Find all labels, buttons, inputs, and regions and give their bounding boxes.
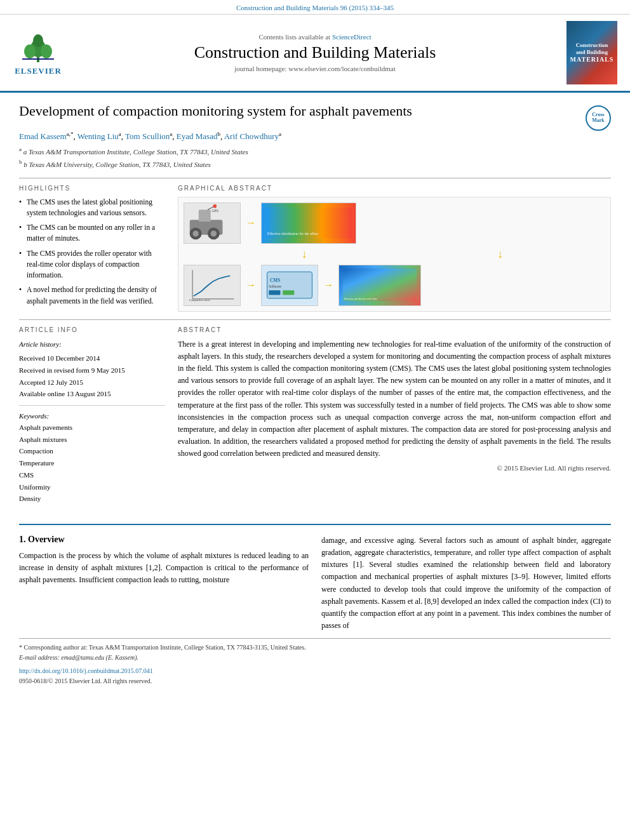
graphical-abstract-image: GPS → [178, 197, 611, 312]
keyword-3: Compaction [19, 445, 165, 457]
affiliations-block: a a Texas A&M Transportation Institute, … [19, 145, 611, 170]
keyword-5: CMS [19, 469, 165, 481]
info-separator [19, 405, 165, 406]
info-abstract-row: ARTICLE INFO Article history: Received 1… [19, 319, 611, 505]
svg-rect-25 [343, 269, 417, 302]
article-content: Development of compaction monitoring sys… [0, 93, 630, 514]
article-history: Article history: Received 10 December 20… [19, 338, 165, 400]
svg-rect-11 [199, 210, 211, 222]
elsevier-tree-icon [16, 29, 60, 64]
svg-text:GPS: GPS [212, 209, 218, 213]
body-left-col: 1. Overview Compaction is the process by… [19, 535, 309, 632]
history-label: Article history: [19, 338, 165, 350]
authors-line: Emad Kassema,*, Wenting Liua, Tom Sculli… [19, 131, 611, 142]
graphical-abstract-col: GRAPHICAL ABSTRACT GPS [178, 185, 611, 312]
svg-text:CMS: CMS [270, 278, 280, 283]
ga-roller-box: GPS [184, 203, 241, 244]
footer-separator [19, 638, 611, 639]
keywords-label: Keywords: [19, 412, 165, 420]
svg-point-8 [192, 230, 198, 236]
author-emad: Emad Kassem [19, 131, 67, 141]
body-right-text: damage, and excessive aging. Several fac… [321, 535, 611, 632]
author-wenting: Wenting Liu [77, 131, 119, 141]
corresponding-author-note: * Corresponding author at: Texas A&M Tra… [19, 643, 611, 653]
elsevier-brand-text: ELSEVIER [15, 66, 62, 76]
article-title: Development of compaction monitoring sys… [19, 102, 576, 121]
author-arif: Arif Chowdhury [224, 131, 279, 141]
journal-cover-image: Constructionand BuildingMATERIALS [566, 21, 617, 84]
svg-rect-5 [22, 58, 54, 60]
journal-title-heading: Construction and Building Materials [70, 43, 560, 62]
ga-heatmap-svg: Effective distribution for the offset [264, 204, 353, 242]
svg-text:Compaction curve: Compaction curve [189, 298, 210, 302]
ga-graph-box: Compaction curve [184, 265, 241, 306]
title-row: Development of compaction monitoring sys… [19, 102, 611, 131]
highlights-list: The CMS uses the latest global positioni… [19, 197, 165, 307]
journal-header: ELSEVIER Contents lists available at Sci… [0, 15, 630, 93]
highlight-item-1: The CMS uses the latest global positioni… [19, 197, 165, 219]
ga-cms-svg: CMS Software [264, 265, 315, 305]
doi-link[interactable]: http://dx.doi.org/10.1016/j.conbuildmat.… [19, 667, 153, 674]
ga-arrow-right-1: → [246, 217, 256, 229]
ga-down-arrow-2: ↓ [497, 248, 503, 261]
keyword-1: Asphalt pavements [19, 422, 165, 434]
header-center: Contents lists available at ScienceDirec… [70, 33, 560, 72]
abstract-label: ABSTRACT [178, 326, 611, 333]
journal-reference-bar: Construction and Building Materials 96 (… [0, 0, 630, 15]
keyword-2: Asphalt mixtures [19, 434, 165, 446]
ga-bottom-row: Compaction curve → CMS Software → [184, 265, 605, 306]
abstract-col: ABSTRACT There is a great interest in de… [178, 326, 611, 505]
ga-down-arrow-1: ↓ [302, 248, 307, 261]
ga-arrows-row: ↓ ↓ [184, 248, 605, 261]
keyword-4: Temperature [19, 457, 165, 469]
highlight-item-3: The CMS provides the roller operator wit… [19, 248, 165, 281]
ga-density-svg: Density prediction real-time [342, 265, 418, 305]
author-eyad: Eyad Masad [177, 131, 218, 141]
section-1-title: 1. Overview [19, 535, 309, 545]
svg-rect-23 [269, 290, 280, 295]
issn-line: 0950-0618/© 2015 Elsevier Ltd. All right… [19, 676, 611, 686]
accepted-date: Accepted 12 July 2015 [19, 377, 165, 389]
article-footer: * Corresponding author at: Texas A&M Tra… [0, 632, 630, 690]
ga-roller-svg: GPS [187, 204, 238, 242]
svg-rect-24 [283, 290, 294, 295]
received-date: Received 10 December 2014 [19, 352, 165, 364]
keyword-7: Density [19, 493, 165, 505]
ga-top-row: GPS → [184, 203, 605, 244]
highlights-col: HIGHLIGHTS The CMS uses the latest globa… [19, 185, 165, 312]
ga-cms-box: CMS Software [261, 265, 318, 306]
contents-available-text: Contents lists available at ScienceDirec… [70, 33, 560, 41]
article-title-block: Development of compaction monitoring sys… [19, 102, 576, 127]
article-info-label: ARTICLE INFO [19, 326, 165, 333]
elsevier-logo: ELSEVIER [13, 29, 64, 76]
affiliation-a: a a Texas A&M Transportation Institute, … [19, 145, 611, 157]
svg-text:Effective distribution for the: Effective distribution for the offset [267, 232, 319, 236]
highlight-item-4: A novel method for predicting the densit… [19, 284, 165, 307]
svg-text:Density prediction real-time: Density prediction real-time [344, 298, 378, 301]
keyword-6: Uniformity [19, 481, 165, 493]
keywords-list: Asphalt pavements Asphalt mixtures Compa… [19, 422, 165, 505]
ga-density-box: Density prediction real-time [338, 265, 421, 306]
svg-point-2 [24, 44, 36, 58]
sciencedirect-link[interactable]: ScienceDirect [332, 33, 372, 41]
article-info-col: ARTICLE INFO Article history: Received 1… [19, 326, 165, 505]
body-text-section: 1. Overview Compaction is the process by… [0, 535, 630, 632]
ga-arrow-right-3: → [323, 279, 333, 291]
body-left-text: Compaction is the process by which the v… [19, 550, 309, 587]
highlight-item-2: The CMS can be mounted on any roller in … [19, 222, 165, 244]
svg-point-10 [211, 230, 217, 236]
doi-line: http://dx.doi.org/10.1016/j.conbuildmat.… [19, 666, 611, 676]
ga-compaction-graph-svg: Compaction curve [187, 265, 238, 305]
crossmark-badge[interactable]: CrossMark [586, 105, 611, 131]
svg-point-14 [213, 204, 217, 208]
affiliation-b: b b Texas A&M University, College Statio… [19, 158, 611, 170]
keywords-section: Keywords: Asphalt pavements Asphalt mixt… [19, 412, 165, 505]
available-date: Available online 13 August 2015 [19, 388, 165, 400]
svg-point-4 [33, 34, 43, 47]
ga-arrow-right-2: → [246, 279, 256, 291]
cover-title-text: Constructionand BuildingMATERIALS [570, 42, 614, 63]
graphical-abstract-label: GRAPHICAL ABSTRACT [178, 185, 611, 192]
journal-homepage-text: journal homepage: www.elsevier.com/locat… [70, 65, 560, 72]
copyright-text: © 2015 Elsevier Ltd. All rights reserved… [178, 464, 611, 472]
ga-distribution-box: Effective distribution for the offset [261, 203, 356, 244]
